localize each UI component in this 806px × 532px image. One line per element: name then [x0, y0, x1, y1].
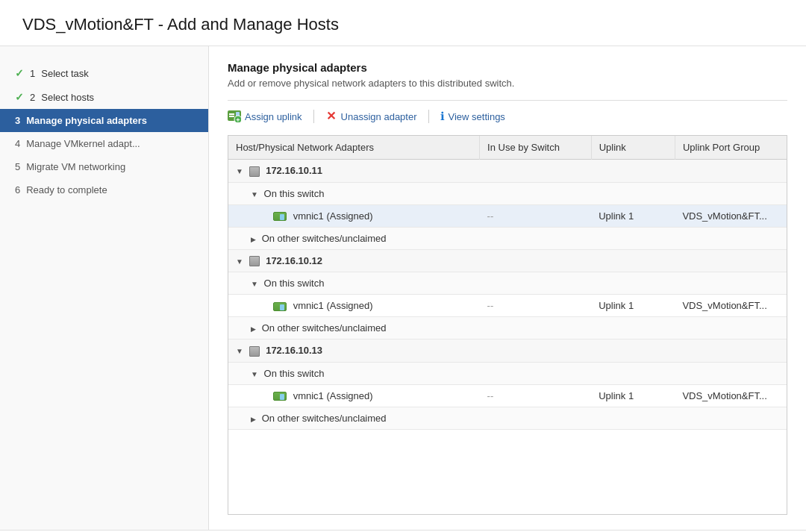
assign-uplink-label: Assign uplink [245, 111, 302, 122]
sidebar-item-label-2: 2 [30, 92, 35, 103]
toolbar-divider-1 [313, 110, 314, 123]
expand-icon: ▶ [251, 416, 256, 423]
host-name: 172.16.10.12 [266, 255, 322, 266]
nic-icon [273, 392, 287, 401]
other-label: On other switches/unclaimed [262, 413, 387, 424]
adapter-name: vmnic1 (Assigned) [293, 300, 373, 311]
section-label: On this switch [264, 278, 325, 289]
col-portgroup: Uplink Port Group [675, 136, 787, 160]
panel-subtext: Add or remove physical network adapters … [228, 78, 787, 89]
svg-text:+: + [236, 116, 240, 122]
sidebar-item-text-5: Migrate VM networking [26, 161, 125, 172]
table-row[interactable]: ▶ On other switches/unclaimed [228, 407, 787, 429]
sidebar-item-step1[interactable]: ✓ 1 Select task [0, 61, 208, 85]
table-row[interactable]: ▼ 172.16.10.11 [228, 160, 787, 183]
table-row[interactable]: ▼ 172.16.10.13 [228, 339, 787, 363]
expand-icon: ▼ [251, 370, 258, 378]
table-row[interactable]: ▼ On this switch [228, 362, 787, 384]
sidebar-item-step3[interactable]: 3 Manage physical adapters [0, 109, 208, 132]
table-row[interactable]: ▼ On this switch [228, 182, 787, 204]
table-row[interactable]: ▼ On this switch [228, 272, 787, 295]
nic-icon [273, 302, 287, 311]
host-name: 172.16.10.13 [266, 345, 322, 356]
portgroup-val: VDS_vMotion&FT... [675, 204, 787, 227]
expand-icon: ▶ [251, 236, 256, 243]
table-row[interactable]: vmnic1 (Assigned) -- Uplink 1 VDS_vMotio… [228, 295, 787, 317]
assign-uplink-icon: + [228, 110, 241, 122]
section-label: On this switch [264, 188, 325, 199]
col-uplink: Uplink [591, 136, 675, 160]
adapters-table: Host/Physical Network Adapters In Use by… [228, 136, 787, 430]
sidebar-item-label-1: 1 [30, 68, 35, 79]
toolbar: + Assign uplink ✕ Unassign adapter ℹ Vie… [228, 110, 787, 129]
inuse-val: -- [480, 295, 592, 317]
col-inuse: In Use by Switch [480, 136, 592, 160]
sidebar-step3-num: 3 [15, 115, 20, 126]
server-icon [249, 256, 260, 266]
table-row[interactable]: ▼ 172.16.10.12 [228, 249, 787, 272]
section-label: On this switch [264, 368, 325, 379]
sidebar-step5-num: 5 [15, 161, 20, 172]
portgroup-val: VDS_vMotion&FT... [675, 295, 787, 317]
uplink-val: Uplink 1 [591, 204, 675, 227]
expand-icon: ▶ [251, 325, 256, 333]
view-settings-label: View settings [449, 111, 505, 122]
sidebar-item-text-3: Manage physical adapters [26, 115, 147, 126]
col-adapter: Host/Physical Network Adapters [228, 136, 480, 160]
toolbar-divider-2 [428, 110, 429, 123]
inuse-val: -- [480, 204, 592, 227]
assign-uplink-button[interactable]: + Assign uplink [228, 110, 302, 122]
sidebar-item-step5[interactable]: 5 Migrate VM networking [0, 155, 208, 178]
adapter-name: vmnic1 (Assigned) [293, 210, 373, 222]
sidebar-item-text-4: Manage VMkernel adapt... [26, 138, 140, 149]
page-title: VDS_vMotion&FT - Add and Manage Hosts [0, 0, 806, 46]
inuse-val: -- [480, 384, 592, 407]
expand-icon: ▼ [236, 347, 243, 355]
expand-icon: ▼ [251, 190, 258, 198]
table-row[interactable]: ▶ On other switches/unclaimed [228, 227, 787, 249]
unassign-adapter-button[interactable]: ✕ Unassign adapter [325, 110, 417, 122]
check-icon-1: ✓ [15, 67, 24, 79]
separator [228, 100, 787, 101]
other-label: On other switches/unclaimed [262, 322, 387, 334]
uplink-val: Uplink 1 [591, 295, 675, 317]
nic-icon [273, 212, 287, 221]
sidebar-item-step2[interactable]: ✓ 2 Select hosts [0, 85, 208, 109]
expand-icon: ▼ [251, 280, 258, 288]
other-label: On other switches/unclaimed [262, 233, 387, 244]
sidebar-step4-num: 4 [15, 138, 20, 149]
table-row[interactable]: vmnic1 (Assigned) -- Uplink 1 VDS_vMotio… [228, 384, 787, 407]
panel-heading: Manage physical adapters [228, 61, 787, 74]
table-row[interactable]: ▶ On other switches/unclaimed [228, 317, 787, 339]
view-settings-icon: ℹ [440, 110, 445, 123]
svg-rect-3 [229, 116, 234, 117]
portgroup-val: VDS_vMotion&FT... [675, 384, 787, 407]
svg-rect-2 [229, 113, 234, 115]
expand-icon: ▼ [236, 257, 243, 266]
check-icon-2: ✓ [15, 91, 24, 103]
table-wrapper[interactable]: Host/Physical Network Adapters In Use by… [228, 135, 787, 515]
host-name: 172.16.10.11 [266, 165, 322, 176]
sidebar-item-text-2: Select hosts [41, 92, 94, 103]
sidebar: ✓ 1 Select task ✓ 2 Select hosts 3 Manag… [0, 46, 209, 530]
view-settings-button[interactable]: ℹ View settings [440, 110, 505, 123]
expand-icon: ▼ [236, 167, 243, 175]
sidebar-item-text-1: Select task [41, 68, 89, 79]
right-panel: Manage physical adapters Add or remove p… [209, 46, 806, 530]
server-icon [249, 346, 260, 357]
uplink-val: Uplink 1 [591, 384, 675, 407]
unassign-icon: ✕ [325, 110, 337, 122]
sidebar-step6-num: 6 [15, 184, 20, 195]
sidebar-item-text-6: Ready to complete [26, 184, 107, 195]
sidebar-item-step4[interactable]: 4 Manage VMkernel adapt... [0, 132, 208, 155]
unassign-adapter-label: Unassign adapter [341, 111, 417, 122]
table-row[interactable]: vmnic1 (Assigned) -- Uplink 1 VDS_vMotio… [228, 204, 787, 227]
table-header-row: Host/Physical Network Adapters In Use by… [228, 136, 787, 160]
sidebar-item-step6[interactable]: 6 Ready to complete [0, 178, 208, 201]
server-icon [249, 166, 260, 177]
adapter-name: vmnic1 (Assigned) [293, 390, 373, 401]
